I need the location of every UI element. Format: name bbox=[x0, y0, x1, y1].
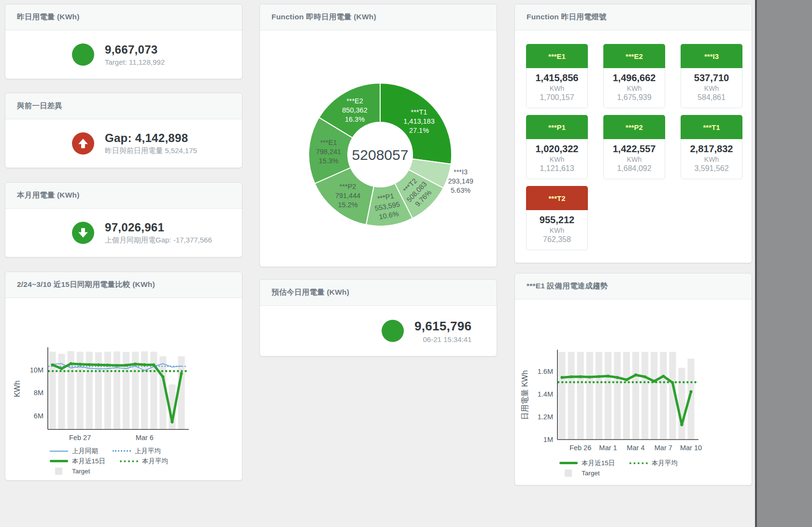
tile-body: 2,817,832KWh3,591,562 bbox=[681, 139, 742, 179]
target-bar bbox=[641, 352, 648, 440]
tile-body: 1,422,557KWh1,684,092 bbox=[603, 139, 665, 179]
estimate-value: 9,615,796 bbox=[414, 319, 471, 334]
series-marker bbox=[625, 378, 628, 381]
legend-item[interactable]: 本月平均 bbox=[120, 457, 168, 466]
legend-label: 上月平均 bbox=[135, 447, 161, 456]
legend-label: 本月平均 bbox=[652, 459, 678, 468]
series-marker bbox=[88, 363, 91, 366]
series-marker bbox=[588, 375, 591, 378]
tile-unit-label: KWh bbox=[683, 156, 740, 163]
series-marker bbox=[152, 363, 155, 366]
tile-value: 1,415,856 bbox=[528, 72, 585, 84]
tile-status-header: ***E1 bbox=[526, 44, 588, 68]
target-bar bbox=[586, 352, 593, 440]
card-body: 97,026,961 上個月同期用電Gap: -17,377,566 bbox=[5, 209, 242, 257]
legend-swatch-blue-dot bbox=[113, 450, 131, 452]
scrollbar-gutter[interactable] bbox=[757, 0, 812, 527]
compare-line-chart[interactable]: 6M8M10MFeb 27Mar 6KWh bbox=[7, 298, 234, 443]
tile-value: 537,710 bbox=[683, 72, 740, 84]
card-estimate-today: 預估今日用電量 (KWh) 9,615,796 06-21 15:34:41 bbox=[259, 279, 497, 356]
series-marker bbox=[60, 367, 63, 370]
legend-row: 本月近15日本月平均 bbox=[559, 458, 752, 468]
series-marker bbox=[598, 375, 600, 378]
target-bar bbox=[678, 368, 685, 440]
tile-status-header: ***E2 bbox=[603, 44, 665, 68]
tile-value: 1,422,557 bbox=[606, 143, 663, 155]
card-title: 預估今日用電量 (KWh) bbox=[271, 288, 349, 296]
series-marker bbox=[51, 363, 54, 366]
estimate-timestamp: 06-21 15:34:41 bbox=[414, 335, 471, 343]
tile-target-value: 762,358 bbox=[528, 235, 585, 244]
target-bar bbox=[632, 352, 639, 440]
card-body: ***T11,413,18327.1%***I3293,1495.63%***T… bbox=[260, 30, 497, 263]
legend-swatch-green-line bbox=[50, 460, 68, 462]
donut-slice-label: ***I3293,1495.63% bbox=[448, 168, 473, 194]
target-bar bbox=[104, 352, 111, 429]
lamp-tile: ***P11,020,322KWh1,121,613 bbox=[526, 115, 588, 179]
legend-item[interactable]: 本月近15日 bbox=[50, 457, 105, 466]
status-circle-red bbox=[72, 132, 94, 155]
card-realtime-donut: Function 即時日用電量 (KWh) ***T11,413,18327.1… bbox=[259, 4, 497, 267]
series-marker bbox=[570, 375, 573, 378]
card-body: Gap: 4,142,898 昨日與前日用電量 5,524,175 bbox=[5, 119, 242, 168]
tile-value: 955,212 bbox=[528, 214, 585, 226]
y-tick-label: 8M bbox=[34, 389, 43, 397]
series-marker bbox=[143, 363, 146, 366]
compare-chart-legend: 上月同期上月平均本月近15日本月平均Target bbox=[50, 446, 242, 476]
card-body: 9,615,796 06-21 15:34:41 bbox=[260, 306, 497, 356]
yesterday-usage-value: 9,667,073 bbox=[105, 43, 165, 57]
series-marker bbox=[579, 375, 582, 378]
x-tick-label: Mar 6 bbox=[136, 434, 154, 442]
legend-swatch-gray-square bbox=[565, 470, 572, 477]
legend-swatch-green-dot bbox=[120, 460, 138, 462]
card-day-gap: 與前一日差異 Gap: 4,142,898 昨日與前日用電量 5,524,175 bbox=[5, 93, 242, 168]
trend-line-chart[interactable]: 1M1.2M1.4M1.6MFeb 26Mar 1Mar 4Mar 7Mar 1… bbox=[517, 299, 744, 455]
legend-label: Target bbox=[72, 468, 90, 475]
card-header: 本月用電量 (KWh) bbox=[5, 183, 242, 209]
series-marker bbox=[680, 423, 683, 426]
tile-status-header: ***T2 bbox=[526, 186, 588, 210]
series-marker bbox=[134, 363, 137, 366]
series-marker bbox=[171, 421, 173, 424]
x-tick-label: Mar 4 bbox=[627, 444, 645, 452]
legend-item[interactable]: Target bbox=[559, 470, 600, 477]
card-title: Function 昨日用電燈號 bbox=[527, 13, 607, 21]
target-bar bbox=[651, 352, 657, 440]
legend-item[interactable]: 上月同期 bbox=[50, 447, 98, 456]
tile-unit-label: KWh bbox=[528, 85, 585, 92]
card-e1-trend-chart: ***E1 設備用電達成趨勢 1M1.2M1.4M1.6MFeb 26Mar 1… bbox=[514, 273, 752, 485]
legend-row: Target bbox=[559, 468, 752, 478]
card-month-usage: 本月用電量 (KWh) 97,026,961 上個月同期用電Gap: -17,3… bbox=[5, 182, 242, 257]
card-body: 1M1.2M1.4M1.6MFeb 26Mar 1Mar 4Mar 7Mar 1… bbox=[515, 299, 752, 478]
legend-item[interactable]: 本月平均 bbox=[629, 459, 678, 468]
legend-item[interactable]: 上月平均 bbox=[113, 447, 161, 456]
tile-unit-label: KWh bbox=[606, 156, 663, 163]
day-gap-sub: 昨日與前日用電量 5,524,175 bbox=[105, 146, 197, 156]
month-usage-value: 97,026,961 bbox=[105, 221, 212, 234]
realtime-donut-chart[interactable]: ***T11,413,18327.1%***I3293,1495.63%***T… bbox=[262, 30, 499, 261]
y-tick-label: 1M bbox=[543, 436, 553, 443]
lamp-tile: ***T2955,212KWh762,358 bbox=[526, 186, 588, 250]
tile-unit-label: KWh bbox=[528, 227, 585, 234]
legend-label: 本月近15日 bbox=[582, 459, 615, 468]
legend-label: 本月近15日 bbox=[72, 457, 105, 466]
card-lamp-status: Function 昨日用電燈號 ***E11,415,856KWh1,700,1… bbox=[514, 4, 752, 263]
tile-target-value: 584,861 bbox=[683, 93, 740, 102]
legend-item[interactable]: Target bbox=[50, 468, 90, 475]
legend-label: Target bbox=[582, 470, 600, 477]
lamp-tile: ***T12,817,832KWh3,591,562 bbox=[681, 115, 742, 179]
target-bar bbox=[114, 352, 120, 429]
series-marker bbox=[689, 390, 692, 393]
series-marker bbox=[180, 372, 183, 375]
lamp-tile: ***I3537,710KWh584,861 bbox=[681, 44, 742, 108]
legend-item[interactable]: 本月近15日 bbox=[559, 459, 615, 468]
series-marker bbox=[607, 375, 610, 378]
x-tick-label: Mar 10 bbox=[680, 444, 702, 452]
status-circle-green bbox=[72, 43, 94, 66]
tile-target-value: 1,121,613 bbox=[528, 164, 585, 173]
x-tick-label: Feb 27 bbox=[69, 434, 91, 442]
status-circle-green bbox=[72, 222, 94, 244]
series-marker bbox=[161, 375, 164, 378]
card-title: Function 即時日用電量 (KWh) bbox=[271, 13, 376, 21]
y-axis-title: KWh bbox=[13, 381, 21, 398]
